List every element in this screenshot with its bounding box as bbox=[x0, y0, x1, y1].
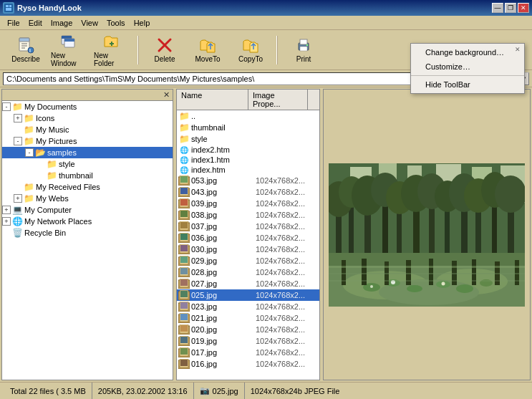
describe-button[interactable]: i Describe bbox=[6, 34, 46, 67]
file-row-index2[interactable]: 🌐 index2.htm bbox=[177, 145, 319, 155]
file-name-019: 019.jpg bbox=[191, 337, 256, 345]
tree-node-style-sub[interactable]: 📁 style bbox=[2, 158, 173, 170]
svg-rect-132 bbox=[329, 273, 525, 274]
expander-my-network[interactable]: + bbox=[2, 217, 11, 226]
file-row-020[interactable]: 020.jpg 1024x768x2... bbox=[177, 324, 319, 335]
file-row-030[interactable]: 030.jpg 1024x768x2... bbox=[177, 244, 319, 255]
file-row-028[interactable]: 028.jpg 1024x768x2... bbox=[177, 266, 319, 278]
file-row-021[interactable]: 021.jpg 1024x768x2... bbox=[177, 312, 319, 324]
file-row-027[interactable]: 027.jpg 1024x768x2... bbox=[177, 278, 319, 289]
tree-node-icons[interactable]: + 📁 Icons bbox=[2, 112, 173, 124]
file-icon-index2: 🌐 bbox=[177, 146, 191, 154]
file-icon-036 bbox=[177, 233, 191, 243]
tree-node-recycle[interactable]: 🗑️ Recycle Bin bbox=[2, 227, 173, 239]
svg-point-121 bbox=[370, 285, 373, 288]
file-prop-036: 1024x768x2... bbox=[256, 234, 319, 242]
file-list-body[interactable]: 📁 .. 📁 thumbnail 📁 style 🌐 index2.htm bbox=[177, 110, 319, 380]
describe-label: Describe bbox=[11, 55, 39, 63]
copyto-button[interactable]: CopyTo bbox=[231, 34, 271, 67]
tree-node-my-pictures[interactable]: - 📁 My Pictures bbox=[2, 135, 173, 147]
print-button[interactable]: Print bbox=[284, 34, 324, 67]
file-row-038[interactable]: 038.jpg 1024x768x2... bbox=[177, 209, 319, 221]
menu-edit[interactable]: Edit bbox=[24, 17, 47, 29]
tree-node-my-documents[interactable]: - 📁 My Documents bbox=[2, 101, 173, 112]
tree-node-my-network[interactable]: + 🌐 My Network Places bbox=[2, 216, 173, 227]
expander-recycle bbox=[2, 229, 11, 237]
tree-label-samples: samples bbox=[47, 148, 77, 157]
menu-image[interactable]: Image bbox=[47, 17, 77, 29]
expander-my-documents[interactable]: - bbox=[2, 102, 11, 111]
tree-node-my-music[interactable]: 📁 My Music bbox=[2, 124, 173, 135]
col-header-prop[interactable]: Image Prope... bbox=[248, 90, 308, 110]
menu-view[interactable]: View bbox=[77, 17, 102, 29]
file-icon-039 bbox=[177, 198, 191, 208]
tree-node-received[interactable]: 📁 My Received Files bbox=[2, 181, 173, 193]
tree-node-my-computer[interactable]: + 💻 My Computer bbox=[2, 204, 173, 216]
file-row-029[interactable]: 029.jpg 1024x768x2... bbox=[177, 255, 319, 266]
file-row-thumbnail[interactable]: 📁 thumbnail bbox=[177, 122, 319, 133]
tree-close-button[interactable]: ✕ bbox=[163, 90, 170, 100]
tree-label-my-pictures: My Pictures bbox=[36, 137, 77, 145]
file-row-017[interactable]: 017.jpg 1024x768x2... bbox=[177, 347, 319, 358]
delete-button[interactable]: Delete bbox=[145, 34, 185, 67]
minimize-button[interactable]: — bbox=[492, 3, 503, 13]
new-window-button[interactable]: New Window bbox=[49, 34, 89, 67]
file-icon-style: 📁 bbox=[177, 134, 191, 144]
svg-rect-48 bbox=[180, 256, 188, 263]
file-row-039[interactable]: 039.jpg 1024x768x2... bbox=[177, 198, 319, 209]
restore-button[interactable]: ❐ bbox=[505, 3, 516, 13]
file-row-016[interactable]: 016.jpg 1024x768x2... bbox=[177, 358, 319, 370]
tree-label-recycle: Recycle Bin bbox=[24, 229, 66, 237]
svg-rect-3 bbox=[6, 8, 11, 11]
menu-file[interactable]: File bbox=[3, 17, 24, 29]
menu-help[interactable]: Help bbox=[130, 17, 155, 29]
new-folder-label: New Folder bbox=[94, 52, 130, 67]
file-name-030: 030.jpg bbox=[191, 245, 256, 254]
folder-icon-thumbnail-sub: 📁 bbox=[47, 170, 57, 181]
tree-node-samples[interactable]: - 📂 samples bbox=[2, 147, 173, 158]
ctx-change-bg[interactable]: Change background… bbox=[411, 45, 524, 59]
tree-node-thumbnail-sub[interactable]: 📁 thumbnail bbox=[2, 170, 173, 181]
file-row-023[interactable]: 023.jpg 1024x768x2... bbox=[177, 301, 319, 312]
menu-tools[interactable]: Tools bbox=[102, 17, 130, 29]
ctx-hide-toolbar[interactable]: Hide ToolBar bbox=[411, 77, 524, 92]
file-prop-053: 1024x768x2... bbox=[256, 176, 319, 185]
context-menu: ✕ Change background… Customize… Hide Too… bbox=[410, 43, 525, 94]
svg-rect-66 bbox=[180, 325, 188, 332]
file-row-up[interactable]: 📁 .. bbox=[177, 110, 319, 122]
file-row-037[interactable]: 037.jpg 1024x768x2... bbox=[177, 221, 319, 232]
file-row-019[interactable]: 019.jpg 1024x768x2... bbox=[177, 335, 319, 347]
close-button[interactable]: ✕ bbox=[518, 3, 529, 13]
file-prop-016: 1024x768x2... bbox=[256, 360, 319, 368]
moveto-button[interactable]: MoveTo bbox=[188, 34, 228, 67]
new-folder-button[interactable]: New Folder bbox=[92, 34, 132, 67]
file-row-index[interactable]: 🌐 index.htm bbox=[177, 165, 319, 175]
svg-rect-133 bbox=[329, 280, 525, 282]
expander-my-pictures[interactable]: - bbox=[14, 137, 22, 145]
file-row-053[interactable]: 053.jpg 1024x768x2... bbox=[177, 175, 319, 186]
folder-icon-samples: 📂 bbox=[35, 148, 46, 158]
svg-rect-57 bbox=[180, 291, 188, 297]
tree-node-my-webs[interactable]: + 📁 My Webs bbox=[2, 193, 173, 204]
file-row-025[interactable]: 025.jpg 1024x768x2... bbox=[177, 289, 319, 301]
svg-rect-39 bbox=[180, 222, 188, 229]
main-area: ✕ - 📁 My Documents + 📁 Icons 📁 My Music bbox=[0, 87, 532, 382]
title-bar-left: Ryso HandyLook bbox=[3, 2, 82, 14]
ctx-customize[interactable]: Customize… bbox=[411, 59, 524, 74]
expander-samples[interactable]: - bbox=[25, 148, 34, 157]
col-header-scroll bbox=[308, 90, 319, 110]
copyto-icon bbox=[242, 37, 259, 54]
expander-my-computer[interactable]: + bbox=[2, 206, 11, 214]
expander-icons[interactable]: + bbox=[14, 114, 22, 122]
file-row-index1[interactable]: 🌐 index1.htm bbox=[177, 155, 319, 165]
svg-rect-22 bbox=[300, 47, 307, 51]
file-row-036[interactable]: 036.jpg 1024x768x2... bbox=[177, 232, 319, 244]
col-header-name[interactable]: Name bbox=[177, 90, 248, 110]
svg-rect-24 bbox=[306, 44, 308, 46]
file-row-style[interactable]: 📁 style bbox=[177, 133, 319, 145]
file-icon-053 bbox=[177, 176, 191, 186]
file-row-043[interactable]: 043.jpg 1024x768x2... bbox=[177, 186, 319, 198]
close-ctx-button[interactable]: ✕ bbox=[513, 45, 523, 54]
file-name-thumbnail: thumbnail bbox=[191, 123, 256, 132]
expander-my-webs[interactable]: + bbox=[14, 194, 22, 203]
